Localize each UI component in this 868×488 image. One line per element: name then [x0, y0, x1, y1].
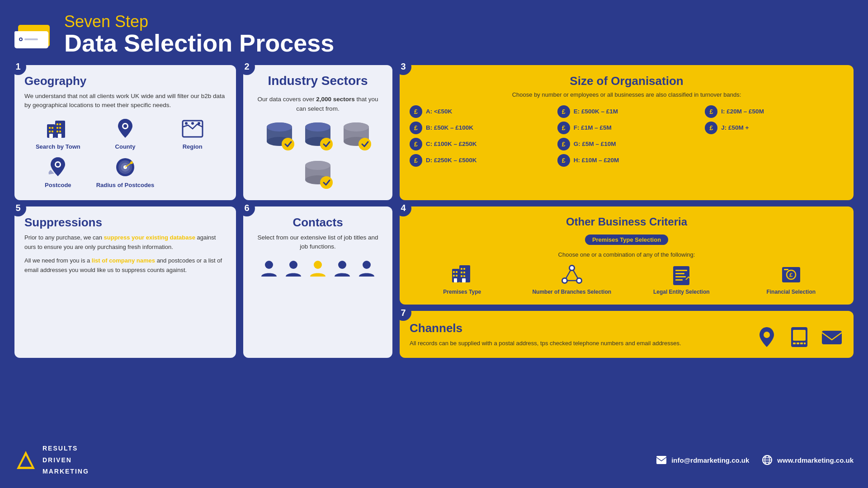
svg-rect-99 — [822, 331, 842, 344]
footer-logo: RESULTS DRIVEN MARKETING — [14, 443, 89, 477]
svg-rect-61 — [453, 271, 455, 273]
footer-contact: info@rdmarketing.co.uk www.rdmarketing.c… — [656, 455, 854, 465]
radius-label: Radius of Postcodes — [96, 182, 155, 188]
header-text: Seven Step Data Selection Process — [64, 13, 334, 55]
svg-rect-97 — [800, 343, 803, 344]
suppress-link-1: suppress your existing database — [104, 234, 195, 241]
svg-point-80 — [563, 279, 566, 282]
person-icon-3 — [307, 258, 328, 279]
band-i: £ I: £20M – £50M — [705, 105, 844, 118]
search-by-town-label: Search by Town — [36, 143, 80, 150]
svg-point-28 — [56, 163, 60, 166]
svg-rect-8 — [49, 127, 51, 129]
footer-website: www.rdmarketing.co.uk — [762, 455, 854, 465]
header-title: Data Selection Process — [64, 31, 334, 55]
band-b: £ B: £50K – £100K — [410, 122, 548, 134]
svg-point-49 — [359, 138, 371, 150]
svg-rect-14 — [57, 123, 58, 125]
svg-rect-84 — [675, 270, 687, 271]
radius-icon — [113, 155, 138, 179]
header: Seven Step Data Selection Process — [14, 13, 854, 55]
svg-rect-102 — [656, 456, 666, 464]
contacts-card: 6 Contacts Select from our extensive lis… — [243, 206, 392, 358]
svg-point-25 — [191, 122, 194, 125]
person-icon-4 — [332, 258, 353, 279]
premises-badge: Premises Type Selection — [585, 235, 668, 245]
size-subtitle: Choose by number or employees or all bus… — [410, 91, 844, 99]
svg-line-78 — [572, 268, 579, 281]
contacts-description: Select from our extensive list of job ti… — [253, 233, 382, 252]
svg-rect-85 — [675, 273, 684, 274]
step-4-badge: 4 — [395, 200, 411, 216]
svg-point-24 — [185, 122, 188, 125]
premises-type-item: Premises Type — [410, 263, 515, 296]
telephone-icon — [788, 325, 811, 349]
region-item: Region — [159, 117, 226, 150]
svg-rect-98 — [804, 343, 806, 344]
suppressions-card: 5 Suppressions Prior to any purchase, we… — [14, 206, 236, 358]
svg-rect-95 — [793, 343, 796, 344]
svg-rect-68 — [463, 268, 465, 270]
svg-point-26 — [198, 122, 200, 125]
svg-rect-67 — [461, 268, 462, 270]
footer-logo-text: RESULTS DRIVEN MARKETING — [42, 443, 89, 477]
step-3-badge: 3 — [395, 59, 411, 75]
svg-point-34 — [130, 161, 133, 164]
svg-point-5 — [20, 38, 22, 40]
svg-rect-16 — [57, 127, 58, 129]
svg-rect-87 — [675, 279, 683, 281]
svg-rect-11 — [52, 131, 53, 132]
step-6-badge: 6 — [239, 200, 255, 216]
band-g: £ G: £5M – £10M — [557, 138, 696, 150]
svg-rect-69 — [461, 272, 462, 273]
svg-rect-91 — [784, 269, 788, 270]
step-1-badge: 1 — [10, 59, 26, 75]
pin-icon — [113, 117, 138, 141]
premises-building-icon — [450, 263, 474, 286]
channel-icons — [755, 325, 844, 349]
step-7-badge: 7 — [395, 305, 411, 321]
svg-rect-72 — [463, 275, 465, 277]
industry-title: Industry Sectors — [253, 74, 382, 88]
svg-rect-83 — [673, 266, 689, 285]
svg-rect-18 — [57, 131, 58, 132]
industry-card: 2 Industry Sectors Our data covers over … — [243, 65, 392, 200]
channels-title: Channels — [410, 321, 681, 335]
rdm-logo-icon — [14, 449, 37, 471]
contacts-title: Contacts — [253, 216, 382, 230]
svg-rect-86 — [675, 276, 686, 277]
svg-point-59 — [363, 261, 371, 269]
header-subtitle: Seven Step — [64, 13, 334, 31]
branches-label: Number of Branches Selection — [532, 289, 611, 296]
svg-rect-19 — [59, 131, 61, 132]
svg-rect-3 — [14, 31, 28, 35]
postcode-item: Postcode — [24, 155, 92, 188]
legal-entity-label: Legal Entity Selection — [653, 289, 710, 296]
svg-point-82 — [577, 279, 581, 282]
band-a: £ A: <£50K — [410, 105, 548, 118]
svg-rect-10 — [49, 131, 51, 132]
band-f: £ F: £1M – £5M — [557, 122, 696, 134]
footer-globe-icon — [762, 455, 773, 465]
county-item: County — [92, 117, 159, 150]
logo-icon — [14, 16, 55, 52]
database-icons — [253, 119, 382, 191]
band-c: £ C: £100K – £250K — [410, 138, 548, 150]
size-title: Size of Organisation — [410, 74, 844, 88]
db-icon-2 — [301, 119, 335, 153]
content-area: 1 Geography We understand that not all c… — [14, 65, 854, 436]
svg-point-38 — [267, 122, 292, 131]
step-5-badge: 5 — [10, 200, 26, 216]
svg-rect-64 — [456, 275, 458, 277]
suppress-link-2: list of company names — [92, 257, 155, 264]
svg-point-56 — [289, 261, 297, 269]
footer: RESULTS DRIVEN MARKETING info@rdmarketin… — [14, 436, 854, 477]
obc-header: Other Business Criteria Premises Type Se… — [410, 216, 844, 258]
svg-rect-70 — [463, 272, 465, 273]
geography-description: We understand that not all clients work … — [24, 92, 226, 110]
person-icon-5 — [356, 258, 377, 279]
bottom-row: 5 Suppressions Prior to any purchase, we… — [14, 206, 854, 358]
postcode-label: Postcode — [45, 182, 71, 188]
suppressions-title: Suppressions — [24, 216, 226, 230]
svg-point-55 — [265, 261, 273, 269]
